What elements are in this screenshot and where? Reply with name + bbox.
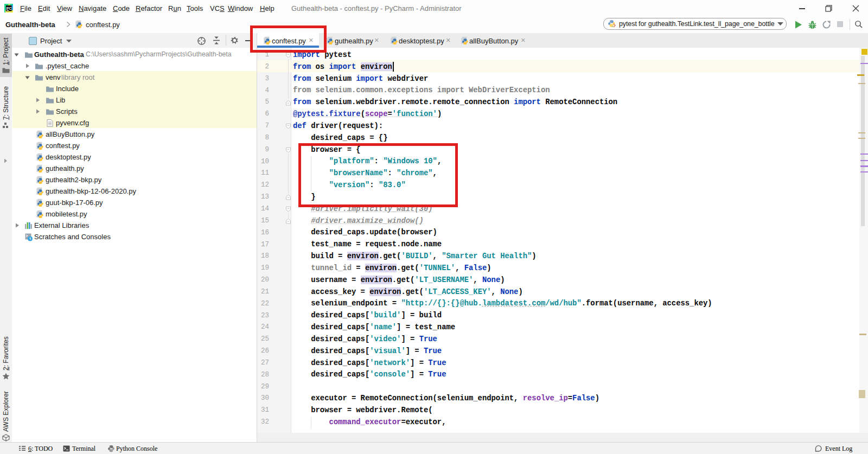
svg-text:PC: PC xyxy=(7,7,12,10)
